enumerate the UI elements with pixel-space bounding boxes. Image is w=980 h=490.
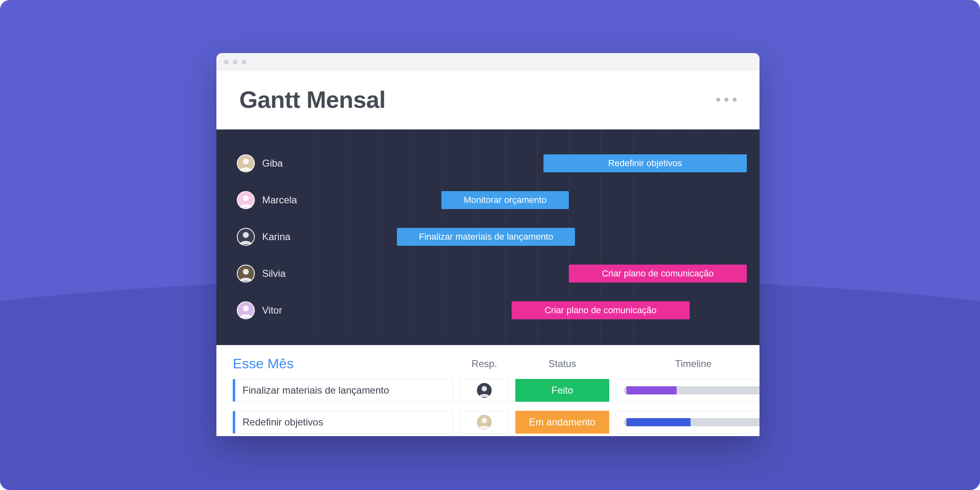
gantt-person[interactable]: Marcela: [216, 191, 314, 209]
avatar: [237, 154, 255, 172]
avatar: [237, 191, 255, 209]
more-dots-icon: [724, 98, 728, 102]
gantt-task-label: Criar plano de comunicação: [545, 305, 657, 316]
more-dots-icon: [733, 98, 737, 102]
more-dots-icon: [716, 98, 720, 102]
task-name-cell[interactable]: Finalizar materiais de lançamento: [233, 379, 453, 402]
timeline-cell[interactable]: [616, 411, 760, 434]
gantt-rows: GibaRedefinir objetivosMarcelaMonitorar …: [216, 145, 760, 329]
gantt-person[interactable]: Giba: [216, 154, 314, 172]
gantt-row: VitorCriar plano de comunicação: [216, 292, 760, 329]
gantt-chart: GibaRedefinir objetivosMarcelaMonitorar …: [216, 129, 760, 345]
table-group-title[interactable]: Esse Mês: [233, 356, 453, 372]
app-window: Gantt Mensal GibaRedefinir objetivosMarc…: [216, 53, 760, 436]
gantt-task-label: Redefinir objetivos: [608, 158, 682, 169]
timeline-track: [624, 418, 760, 426]
gantt-task-bar[interactable]: Criar plano de comunicação: [512, 301, 690, 319]
gantt-row: SilviaCriar plano de comunicação: [216, 255, 760, 292]
task-name: Redefinir objetivos: [243, 416, 323, 428]
status-label: Em andamento: [529, 416, 596, 428]
gantt-task-label: Criar plano de comunicação: [602, 268, 714, 279]
svg-point-5: [243, 232, 249, 238]
window-control-dot[interactable]: [224, 60, 229, 65]
gantt-person-name: Giba: [262, 158, 283, 169]
avatar: [237, 228, 255, 246]
column-header-status[interactable]: Status: [515, 358, 609, 370]
timeline-track: [624, 386, 760, 394]
gantt-person-name: Vitor: [262, 305, 282, 316]
stage: Gantt Mensal GibaRedefinir objetivosMarc…: [0, 0, 980, 490]
status-label: Feito: [551, 385, 573, 396]
gantt-task-bar[interactable]: Criar plano de comunicação: [569, 265, 747, 283]
task-table: Esse Mês Resp. Status Timeline + Finaliz…: [216, 345, 760, 436]
table-row: Redefinir objetivosEm andamento: [233, 408, 743, 436]
svg-point-1: [243, 158, 249, 165]
gantt-person-name: Karina: [262, 231, 290, 243]
avatar: [476, 382, 492, 399]
window-control-dot[interactable]: [242, 60, 247, 65]
gantt-row: KarinaFinalizar materiais de lançamento: [216, 218, 760, 255]
task-name: Finalizar materiais de lançamento: [243, 385, 389, 396]
resp-cell[interactable]: [460, 379, 509, 402]
column-header-resp[interactable]: Resp.: [460, 358, 509, 370]
gantt-task-label: Finalizar materiais de lançamento: [419, 232, 553, 242]
gantt-row: MarcelaMonitorar orçamento: [216, 182, 760, 218]
board-title: Gantt Mensal: [239, 86, 385, 113]
gantt-task-label: Monitorar orçamento: [464, 195, 547, 205]
task-name-cell[interactable]: Redefinir objetivos: [233, 411, 453, 434]
column-header-timeline[interactable]: Timeline: [616, 358, 760, 370]
timeline-cell[interactable]: [616, 379, 760, 402]
window-control-dot[interactable]: [233, 60, 238, 65]
board-header: Gantt Mensal: [216, 71, 760, 129]
avatar: [476, 414, 492, 430]
timeline-fill: [626, 386, 677, 394]
gantt-row: GibaRedefinir objetivos: [216, 145, 760, 182]
svg-point-3: [243, 195, 249, 201]
avatar: [237, 301, 255, 319]
timeline-fill: [626, 418, 690, 426]
gantt-person[interactable]: Silvia: [216, 265, 314, 283]
window-titlebar: [216, 53, 760, 71]
svg-point-7: [243, 269, 249, 275]
gantt-person-name: Marcela: [262, 194, 297, 206]
status-cell[interactable]: Em andamento: [515, 411, 609, 434]
status-cell[interactable]: Feito: [515, 379, 609, 402]
svg-point-13: [481, 418, 487, 423]
avatar: [237, 265, 255, 283]
board-more-button[interactable]: [716, 98, 737, 102]
gantt-task-bar[interactable]: Redefinir objetivos: [543, 154, 747, 172]
gantt-person-name: Silvia: [262, 268, 285, 279]
svg-point-11: [481, 386, 487, 391]
gantt-person[interactable]: Vitor: [216, 301, 314, 319]
table-header: Esse Mês Resp. Status Timeline +: [233, 356, 743, 376]
svg-point-9: [243, 305, 249, 312]
gantt-task-bar[interactable]: Finalizar materiais de lançamento: [397, 228, 575, 246]
gantt-person[interactable]: Karina: [216, 228, 314, 246]
gantt-task-bar[interactable]: Monitorar orçamento: [441, 191, 568, 209]
table-row: Finalizar materiais de lançamentoFeito: [233, 376, 743, 404]
resp-cell[interactable]: [460, 411, 509, 434]
